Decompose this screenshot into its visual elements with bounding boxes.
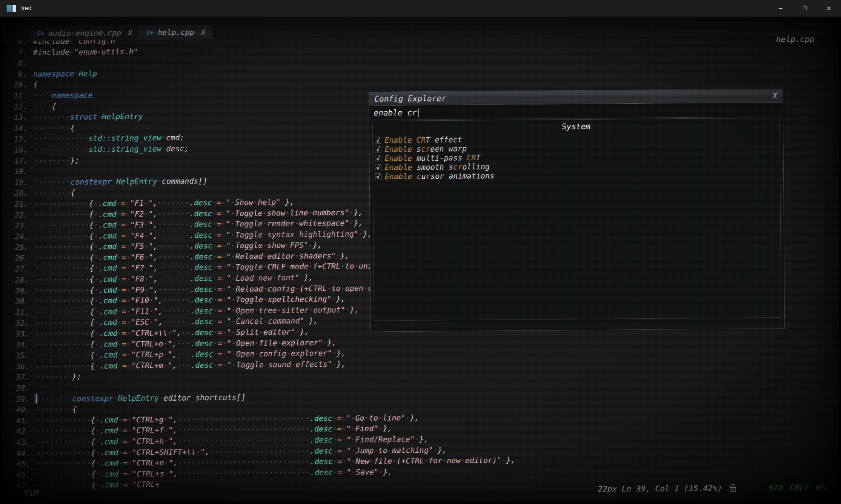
popup-close-button[interactable]: X [773,91,778,100]
lock-icon [730,487,736,492]
line-number: 28. [2,274,35,285]
checkbox-checked-icon[interactable]: √ [375,173,381,180]
vim-mode-indicator: VIM [25,488,39,497]
popup-body: System √Enable CRT effect√Enable screen … [369,118,785,332]
line-number: 38. [2,383,36,393]
line-number: 12. [2,101,34,112]
config-option-label: Enable cursor animations [385,171,494,181]
line-number: 27. [2,264,35,275]
line-number: 33. [2,329,35,340]
section-header: System [373,120,780,133]
filename-overlay: help.cpp [776,34,815,44]
line-number: 35. [2,350,35,361]
line-number: 19. [2,177,34,188]
line-number: 23. [2,220,34,231]
tab-label: audio-engine.cpp [48,28,121,38]
cpp-file-icon: C+ [147,29,153,36]
line-number: 11. [2,90,34,101]
line-number: 45. [2,458,36,469]
line-number: 40. [2,404,36,415]
config-option-label: Enable screen warp [384,144,467,154]
statusbar-right: 22px Ln 39, Col 1 (15.42%) STXCRLFWS [598,483,826,494]
tab-label: help.cpp [158,28,194,37]
tab-help.cpp[interactable]: C+help.cppX [140,25,213,40]
config-option-label: Enable multi-pass CRT [384,153,480,163]
line-number: 31. [2,307,35,318]
status-flag-crlf: CRLF [790,483,809,492]
config-list-container: System √Enable CRT effect√Enable screen … [372,118,781,321]
popup-title: Config Explorer [374,94,446,103]
line-number: 14. [2,123,34,134]
maximize-button[interactable]: □ [793,0,817,17]
line-number: 37. [2,372,35,383]
statusbar-flags: STXCRLFWS [769,483,826,492]
config-option-label: Enable smooth scrolling [385,162,490,172]
window-title: fred [21,5,32,12]
line-number: 34. [2,339,35,350]
line-number: 46. [2,469,36,480]
window-controls: – □ ✕ [769,0,841,17]
line-number: 15. [2,134,34,144]
line-number: 26. [2,253,35,264]
line-number: 8. [2,58,33,69]
config-items: √Enable CRT effect√Enable screen warp√En… [373,132,780,181]
line-number: 36. [2,361,35,372]
line-number: 20. [2,188,34,199]
config-explorer-popup: Config Explorer X enable cr System √Enab… [369,89,785,332]
search-value: enable cr [374,108,417,117]
text-caret [418,108,419,117]
line-number: 21. [2,198,34,209]
config-search-input[interactable]: enable cr [369,103,783,120]
tab-audio-engine.cpp[interactable]: C+audio-engine.cppX [30,25,140,40]
line-number: 39. [2,393,36,404]
line-number: 7. [2,47,33,58]
line-number: 13. [2,112,34,123]
checkbox-checked-icon[interactable]: √ [375,146,381,153]
line-number: 22. [2,209,34,220]
line-number: 32. [2,318,35,329]
line-number: 30. [2,296,35,307]
line-number: 16. [2,144,34,155]
status-flag-stx: STX [769,483,783,492]
tab-close-icon[interactable]: X [128,28,132,37]
cpp-file-icon: C+ [37,29,43,37]
line-number: 43. [2,437,36,448]
crt-screen: C+audio-engine.cppXC+help.cppX help.cpp … [2,17,839,502]
line-number: 18. [2,166,34,177]
window-titlebar: fred – □ ✕ [0,0,841,17]
line-number: 29. [2,285,35,296]
checkbox-checked-icon[interactable]: √ [375,137,381,144]
line-number: 9. [2,69,33,80]
app-icon [7,5,16,12]
line-number: 24. [2,231,35,242]
line-number: 44. [2,448,36,459]
checkbox-checked-icon[interactable]: √ [375,155,381,162]
checkbox-checked-icon[interactable]: √ [375,164,381,171]
line-number: 10. [2,79,33,90]
close-button[interactable]: ✕ [817,0,841,17]
editor-content: C+audio-engine.cppXC+help.cppX help.cpp … [2,17,839,502]
line-number: 41. [2,415,36,426]
line-number: 25. [2,242,35,253]
line-number: 17. [2,155,34,166]
config-option-label: Enable CRT effect [384,135,462,145]
minimize-button[interactable]: – [769,0,793,17]
status-flag-ws: WS [816,483,826,492]
cursor-position-info: 22px Ln 39, Col 1 (15.42%) [598,484,722,494]
tab-close-icon[interactable]: X [201,28,206,36]
line-number: 42. [2,426,36,437]
